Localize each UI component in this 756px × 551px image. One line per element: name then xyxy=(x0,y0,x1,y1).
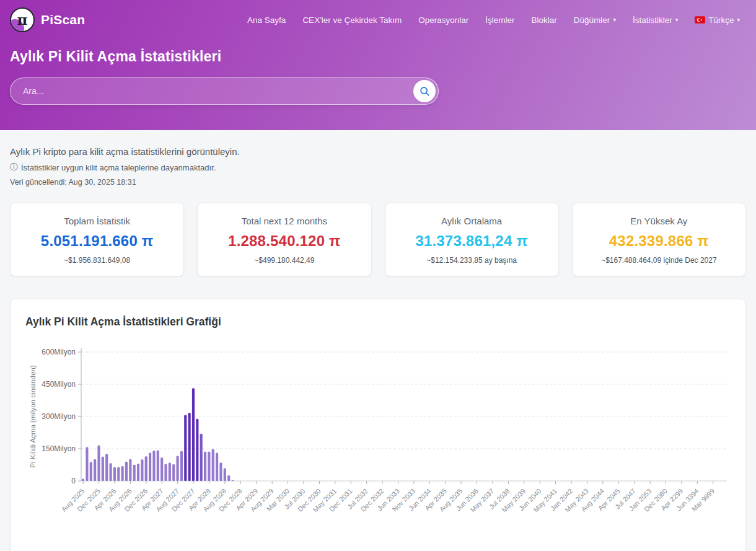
chart-bar xyxy=(133,465,136,481)
piscan-logo-icon: π xyxy=(10,7,35,32)
stat-label: En Yüksek Ay xyxy=(580,216,738,226)
chart-bar xyxy=(121,466,124,481)
stat-value: 5.051.191.660 π xyxy=(18,232,176,250)
chart-bar xyxy=(145,456,147,481)
turkish-flag-icon xyxy=(695,16,705,24)
stat-card-highest-month: En Yüksek Ay 432.339.866 π ~$167.488.464… xyxy=(572,203,746,276)
chart-bar xyxy=(113,467,116,481)
stat-card-next-12-months: Total next 12 months 1.288.540.120 π ~$4… xyxy=(197,203,371,276)
unlock-chart-card: Aylık Pi Kilit Açma İstatistikleri Grafi… xyxy=(10,299,746,551)
chart-bar xyxy=(227,475,230,481)
bar-chart-svg: 0150Milyon300Milyon450Milyon600MilyonAug… xyxy=(25,345,732,531)
stat-card-monthly-average: Aylık Ortalama 31.373.861,24 π ~$12.154.… xyxy=(385,203,559,276)
chart-bar xyxy=(172,464,175,481)
top-navbar: π PiScan Ana Sayfa CEX'ler ve Çekirdek T… xyxy=(0,0,756,32)
chart-bar xyxy=(97,445,100,481)
chart-bar xyxy=(192,388,195,481)
nav-item-language-selector[interactable]: Türkçe ▾ xyxy=(695,15,740,25)
nav-item-istatistikler[interactable]: İstatistikler▾ xyxy=(633,15,678,25)
chart-bar xyxy=(231,480,234,481)
chart-bar xyxy=(125,462,128,481)
chart-bar xyxy=(188,413,191,481)
pi-symbol: π xyxy=(17,12,28,27)
chart-bar xyxy=(184,415,187,481)
chart-bar xyxy=(109,463,112,481)
nav-item-ana-sayfa[interactable]: Ana Sayfa xyxy=(247,15,286,25)
stat-subtext: ~$1.956.831.649,08 xyxy=(18,256,176,265)
stat-value: 1.288.540.120 π xyxy=(205,232,363,250)
stat-value: 31.373.861,24 π xyxy=(393,232,551,250)
chart-bar xyxy=(224,469,226,481)
chart-bar xyxy=(157,450,159,481)
search-input[interactable] xyxy=(22,86,413,97)
stat-label: Toplam İstatistik xyxy=(18,216,176,226)
chevron-down-icon: ▾ xyxy=(613,17,616,23)
search-bar xyxy=(10,77,439,105)
chevron-down-icon: ▾ xyxy=(675,17,679,23)
chart-bar xyxy=(212,449,214,481)
chart-bar xyxy=(117,467,120,481)
svg-text:300Milyon: 300Milyon xyxy=(42,412,76,421)
chart-bar xyxy=(94,459,96,481)
intro-description: Aylık Pi kripto para kilit açma istatist… xyxy=(10,146,746,157)
chart-bar xyxy=(196,419,198,481)
search-button[interactable] xyxy=(413,80,436,102)
nav-item-cexler-ve-cekirdek-takim[interactable]: CEX'ler ve Çekirdek Takım xyxy=(302,15,402,25)
chart-bar xyxy=(176,456,178,481)
chart-bar xyxy=(149,453,151,481)
stat-subtext: ~$499.180.442,49 xyxy=(205,256,363,265)
chart-bar xyxy=(180,451,183,481)
chart-bar xyxy=(137,464,139,481)
chart-bar xyxy=(208,452,210,481)
stat-value: 432.339.866 π xyxy=(580,232,738,250)
chart-bar xyxy=(160,457,163,481)
chart-bar xyxy=(152,451,155,481)
brand-name: PiScan xyxy=(41,12,85,27)
svg-text:450Milyon: 450Milyon xyxy=(42,380,76,389)
chart-bar xyxy=(169,463,171,481)
nav-item-dugumler[interactable]: Düğümler▾ xyxy=(574,15,616,25)
svg-text:150Milyon: 150Milyon xyxy=(42,444,76,453)
intro-section: Aylık Pi kripto para kilit açma istatist… xyxy=(10,146,746,187)
intro-note: ⓘ İstatistikler uygun kilit açma taleple… xyxy=(10,162,746,173)
chart-bar xyxy=(105,454,108,481)
chart-bar xyxy=(82,479,84,481)
chevron-down-icon: ▾ xyxy=(737,17,740,23)
chart-bar xyxy=(141,459,143,481)
stat-label: Aylık Ortalama xyxy=(393,216,551,226)
stat-card-total: Toplam İstatistik 5.051.191.660 π ~$1.95… xyxy=(10,203,184,276)
chart-bar xyxy=(204,452,206,481)
unlock-bar-chart: 0150Milyon300Milyon450Milyon600MilyonAug… xyxy=(25,345,732,533)
data-updated-timestamp: Veri güncellendi: Aug 30, 2025 18:31 xyxy=(10,178,746,187)
nav-item-operasyonlar[interactable]: Operasyonlar xyxy=(418,15,468,25)
hero-header: π PiScan Ana Sayfa CEX'ler ve Çekirdek T… xyxy=(0,0,756,130)
svg-text:Pi Kilidi Açma (milyon cinsind: Pi Kilidi Açma (milyon cinsinden) xyxy=(29,365,37,468)
svg-text:600Milyon: 600Milyon xyxy=(42,348,76,356)
chart-bar xyxy=(164,464,167,481)
stats-summary-row: Toplam İstatistik 5.051.191.660 π ~$1.95… xyxy=(10,203,746,276)
chart-title: Aylık Pi Kilit Açma İstatistikleri Grafi… xyxy=(25,315,731,328)
stat-subtext: ~$167.488.464,09 içinde Dec 2027 xyxy=(580,256,738,265)
chart-bar xyxy=(219,463,222,481)
nav-item-islemler[interactable]: İşlemler xyxy=(485,15,514,25)
chart-bar xyxy=(90,462,92,481)
stat-label: Total next 12 months xyxy=(205,216,363,226)
stat-subtext: ~$12.154.233,85 ay başına xyxy=(393,256,551,265)
nav-item-bloklar[interactable]: Bloklar xyxy=(532,15,557,25)
search-icon xyxy=(418,85,431,97)
page-title: Aylık Pi Kilit Açma İstatistikleri xyxy=(10,48,756,65)
chart-bar xyxy=(86,447,88,481)
brand-logo-link[interactable]: π PiScan xyxy=(10,7,85,32)
chart-bar xyxy=(216,453,218,481)
main-nav: Ana Sayfa CEX'ler ve Çekirdek Takım Oper… xyxy=(247,15,740,25)
chart-bar xyxy=(102,457,104,481)
chart-bar xyxy=(200,434,203,481)
info-icon: ⓘ xyxy=(10,162,18,173)
chart-bar xyxy=(129,459,131,481)
svg-text:0: 0 xyxy=(71,477,76,485)
